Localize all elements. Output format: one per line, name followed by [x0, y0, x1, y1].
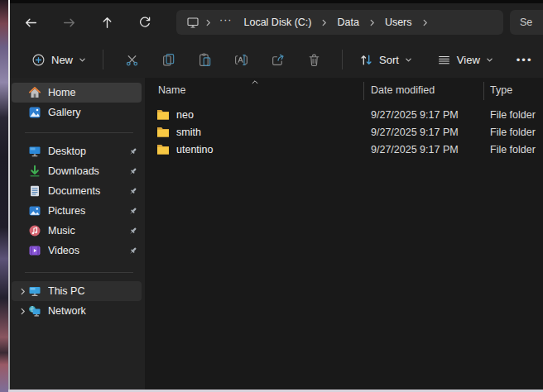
breadcrumb-chevron-icon [203, 19, 214, 26]
this-pc-icon [28, 284, 41, 298]
sort-icon [359, 53, 373, 67]
paste-button[interactable] [186, 45, 223, 74]
pin-icon [127, 146, 138, 157]
refresh-icon [138, 16, 151, 29]
pin-icon [127, 166, 138, 177]
new-button[interactable]: New [25, 48, 93, 72]
share-icon [271, 53, 285, 67]
file-list-pane[interactable]: Name Date modified Type neo 9/27/2025 9:… [145, 78, 543, 390]
sidebar-item-label: Documents [48, 185, 127, 197]
toolbar-divider [342, 50, 343, 69]
column-header-date-modified[interactable]: Date modified [371, 84, 435, 96]
view-button[interactable]: View [430, 48, 500, 72]
file-row-smith[interactable]: smith 9/27/2025 9:17 PM File folder [145, 124, 543, 141]
sidebar-item-downloads[interactable]: Downloads [12, 161, 142, 181]
file-row-neo[interactable]: neo 9/27/2025 9:17 PM File folder [145, 107, 543, 124]
videos-icon [28, 244, 41, 257]
file-date-modified: 9/27/2025 9:17 PM [371, 127, 459, 138]
file-type: File folder [490, 127, 536, 138]
explorer-app-window: ··· Local Disk (C:) Data Users Se [10, 0, 543, 390]
this-pc-monitor-icon[interactable] [185, 16, 201, 29]
up-button[interactable] [88, 8, 126, 36]
share-button[interactable] [259, 45, 296, 74]
sidebar-item-label: Videos [48, 245, 127, 256]
sidebar-item-music[interactable]: Music [12, 221, 142, 241]
navigation-bar: ··· Local Disk (C:) Data Users Se [10, 3, 543, 41]
sidebar-item-label: Desktop [48, 146, 127, 157]
back-button[interactable] [12, 8, 50, 36]
breadcrumb-data[interactable]: Data [331, 15, 364, 30]
sidebar-divider [25, 132, 133, 133]
file-name: neo [176, 109, 194, 121]
new-plus-icon [31, 53, 46, 67]
up-arrow-icon [100, 16, 114, 30]
file-date-modified: 9/27/2025 9:17 PM [371, 144, 459, 155]
rename-button[interactable] [223, 45, 259, 74]
file-type: File folder [490, 144, 536, 155]
search-input[interactable]: Se [510, 10, 543, 35]
file-rows: neo 9/27/2025 9:17 PM File folder smith … [145, 107, 543, 159]
cut-icon [125, 53, 139, 67]
delete-button[interactable] [296, 45, 332, 74]
command-toolbar: New So [10, 41, 543, 78]
chevron-down-icon [405, 56, 412, 64]
file-row-utentino[interactable]: utentino 9/27/2025 9:17 PM File folder [145, 141, 543, 159]
expand-chevron-icon[interactable] [17, 288, 28, 295]
breadcrumb-users[interactable]: Users [379, 15, 418, 30]
breadcrumb-overflow-button[interactable]: ··· [215, 14, 237, 31]
copy-button[interactable] [150, 45, 186, 74]
sidebar-item-documents[interactable]: Documents [12, 181, 142, 201]
column-resize-handle[interactable] [363, 82, 364, 100]
chevron-down-icon [79, 56, 86, 64]
sidebar-item-label: Gallery [48, 107, 138, 118]
address-bar[interactable]: ··· Local Disk (C:) Data Users [176, 10, 503, 35]
column-header-name[interactable]: Name [158, 84, 185, 96]
view-icon [437, 53, 451, 67]
sidebar-item-this-pc[interactable]: This PC [12, 281, 142, 301]
folder-icon [156, 144, 170, 155]
sidebar-item-label: This PC [48, 285, 138, 297]
file-type: File folder [490, 109, 536, 121]
forward-arrow-icon [62, 16, 76, 30]
file-name: utentino [176, 144, 213, 155]
chevron-down-icon [486, 56, 493, 64]
forward-button[interactable] [50, 8, 88, 36]
file-date-modified: 9/27/2025 9:17 PM [371, 109, 459, 121]
sidebar-item-label: Network [48, 305, 138, 317]
sidebar-item-network[interactable]: Network [12, 301, 142, 321]
downloads-icon [28, 165, 41, 178]
sidebar-item-label: Music [48, 225, 127, 237]
pin-icon [127, 186, 138, 197]
pin-icon [127, 226, 138, 237]
gallery-icon [28, 106, 41, 119]
see-more-button[interactable]: ••• [510, 49, 540, 71]
sidebar-item-videos[interactable]: Videos [12, 241, 142, 261]
column-header-type[interactable]: Type [490, 84, 512, 96]
file-explorer-window: ··· Local Disk (C:) Data Users Se [0, 0, 543, 392]
toolbar-divider [103, 50, 103, 69]
pictures-icon [28, 204, 41, 218]
sidebar-item-home[interactable]: Home [12, 83, 142, 103]
sort-label: Sort [379, 54, 399, 66]
sidebar-item-label: Pictures [48, 205, 127, 217]
pin-icon [127, 246, 138, 256]
network-icon [28, 304, 41, 318]
sidebar-item-desktop[interactable]: Desktop [12, 141, 142, 161]
sidebar-divider [25, 272, 133, 273]
breadcrumb-chevron-icon [319, 19, 329, 26]
paste-icon [198, 53, 212, 67]
view-label: View [457, 54, 480, 66]
sidebar-item-pictures[interactable]: Pictures [12, 201, 142, 221]
sidebar-item-gallery[interactable]: Gallery [12, 103, 142, 122]
refresh-button[interactable] [126, 8, 164, 36]
cut-button[interactable] [113, 45, 150, 74]
desktop-wallpaper-sliver [0, 0, 8, 392]
breadcrumb-local-disk-c[interactable]: Local Disk (C:) [238, 15, 318, 30]
breadcrumb-chevron-icon[interactable] [420, 19, 430, 26]
expand-chevron-icon[interactable] [17, 308, 28, 315]
column-resize-handle[interactable] [483, 82, 484, 100]
music-icon [28, 224, 41, 237]
sort-button[interactable]: Sort [353, 48, 419, 72]
new-label: New [51, 54, 73, 66]
file-name: smith [176, 127, 201, 138]
